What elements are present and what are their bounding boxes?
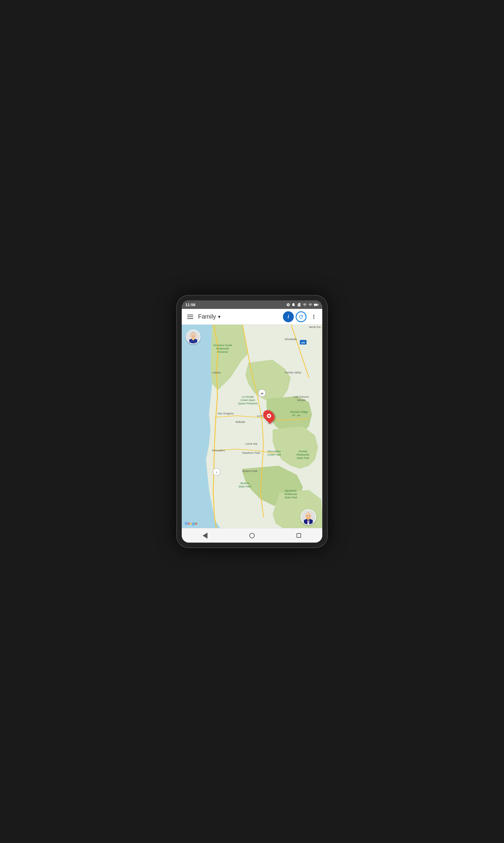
svg-text:Lobitos: Lobitos xyxy=(212,371,221,374)
avatar-circle-1 xyxy=(186,330,200,344)
svg-rect-1 xyxy=(314,304,318,305)
svg-text:1: 1 xyxy=(216,471,217,474)
svg-point-51 xyxy=(309,516,310,516)
dropdown-arrow-icon[interactable]: ▼ xyxy=(217,314,221,319)
location-pin[interactable] xyxy=(264,409,274,424)
svg-text:Portola Valley: Portola Valley xyxy=(285,371,301,374)
status-bar: 11:56 xyxy=(182,300,322,309)
more-options-button[interactable] xyxy=(308,311,319,322)
svg-text:Loma Mar: Loma Mar xyxy=(245,442,258,445)
svg-text:Bellvale: Bellvale xyxy=(236,420,245,423)
svg-text:280: 280 xyxy=(301,341,305,344)
svg-rect-2 xyxy=(318,304,319,305)
google-g: G xyxy=(185,521,187,526)
svg-text:San Gregorio: San Gregorio xyxy=(217,412,234,415)
svg-text:Woodside: Woodside xyxy=(285,338,297,341)
device-screen: 11:56 xyxy=(182,300,322,543)
settings-icon xyxy=(286,303,290,307)
title-container: Family ▼ xyxy=(198,313,281,320)
google-o1: o xyxy=(187,521,190,526)
recent-apps-button[interactable] xyxy=(291,530,307,541)
svg-point-45 xyxy=(194,336,195,336)
battery-icon xyxy=(314,303,319,306)
svg-text:35: 35 xyxy=(261,392,264,395)
app-title: Family xyxy=(198,313,216,320)
svg-text:Menlo Pa...: Menlo Pa... xyxy=(309,326,322,329)
svg-text:Purisima Creek: Purisima Creek xyxy=(213,344,232,347)
refresh-icon xyxy=(298,314,304,319)
sim-icon xyxy=(297,303,301,307)
svg-text:Pescadero: Pescadero xyxy=(212,449,225,452)
info-button[interactable]: i xyxy=(283,311,294,322)
map-container[interactable]: 280 35 1 Menlo Pa... Woodside Lobitos Po… xyxy=(182,324,322,528)
svg-text:Creek Park: Creek Park xyxy=(267,453,281,456)
menu-line-2 xyxy=(187,316,193,317)
svg-text:Creek Open: Creek Open xyxy=(240,399,255,402)
svg-text:La Honda: La Honda xyxy=(242,395,253,398)
back-icon xyxy=(203,532,208,539)
more-icon xyxy=(311,314,317,320)
svg-point-52 xyxy=(308,516,309,517)
status-time: 11:56 xyxy=(185,302,195,307)
recent-icon xyxy=(296,533,301,538)
signal-icon xyxy=(308,303,312,307)
home-button[interactable] xyxy=(245,530,259,541)
svg-point-46 xyxy=(193,337,194,337)
ghost-icon xyxy=(292,303,295,307)
svg-text:Butano Park: Butano Park xyxy=(242,470,257,473)
status-icons xyxy=(286,303,319,307)
svg-text:Redwoods: Redwoods xyxy=(296,453,309,456)
avatar-marker-2[interactable] xyxy=(301,509,316,525)
svg-text:Dearborn Park: Dearborn Park xyxy=(242,451,260,454)
app-bar: Family ▼ i xyxy=(182,309,322,324)
svg-text:Big Basin: Big Basin xyxy=(285,489,296,492)
svg-text:Los Trancos: Los Trancos xyxy=(294,395,309,398)
person-avatar-blonde xyxy=(301,510,316,524)
home-icon xyxy=(249,533,255,538)
svg-text:Portola: Portola xyxy=(299,450,307,453)
nav-bar xyxy=(182,528,322,543)
svg-text:State Park: State Park xyxy=(296,457,309,459)
back-button[interactable] xyxy=(197,530,213,541)
info-icon: i xyxy=(288,314,289,319)
wifi-icon xyxy=(303,303,307,307)
svg-text:Redwoods: Redwoods xyxy=(284,493,298,496)
menu-line-1 xyxy=(187,315,193,315)
menu-button[interactable] xyxy=(185,311,196,322)
google-e: e xyxy=(195,521,197,526)
svg-text:Pr...ve: Pr...ve xyxy=(292,414,300,417)
app-bar-actions: i xyxy=(283,311,319,322)
svg-point-50 xyxy=(307,516,307,516)
svg-text:Pescadero: Pescadero xyxy=(267,450,281,453)
google-o2: o xyxy=(190,521,192,526)
map-background: 280 35 1 Menlo Pa... Woodside Lobitos Po… xyxy=(182,324,322,528)
avatar-marker-1[interactable] xyxy=(186,330,200,344)
device-frame: 11:56 xyxy=(176,295,328,548)
svg-text:Woods: Woods xyxy=(297,399,306,402)
menu-line-3 xyxy=(187,318,193,319)
svg-text:Preserve: Preserve xyxy=(217,350,228,353)
pin-inner xyxy=(267,414,271,418)
svg-text:Russian Ridge: Russian Ridge xyxy=(290,410,308,414)
svg-point-44 xyxy=(192,336,192,336)
avatar-circle-2 xyxy=(301,509,316,525)
svg-text:Space Preserve: Space Preserve xyxy=(238,402,257,405)
svg-point-43 xyxy=(190,333,196,339)
svg-text:State Park: State Park xyxy=(238,485,251,488)
google-watermark: Google xyxy=(185,521,197,526)
svg-text:State Park: State Park xyxy=(284,496,298,499)
person-avatar-brunette xyxy=(186,330,200,344)
svg-text:Butano: Butano xyxy=(240,482,249,485)
svg-text:Redwoods: Redwoods xyxy=(216,347,229,350)
refresh-button[interactable] xyxy=(295,311,307,322)
